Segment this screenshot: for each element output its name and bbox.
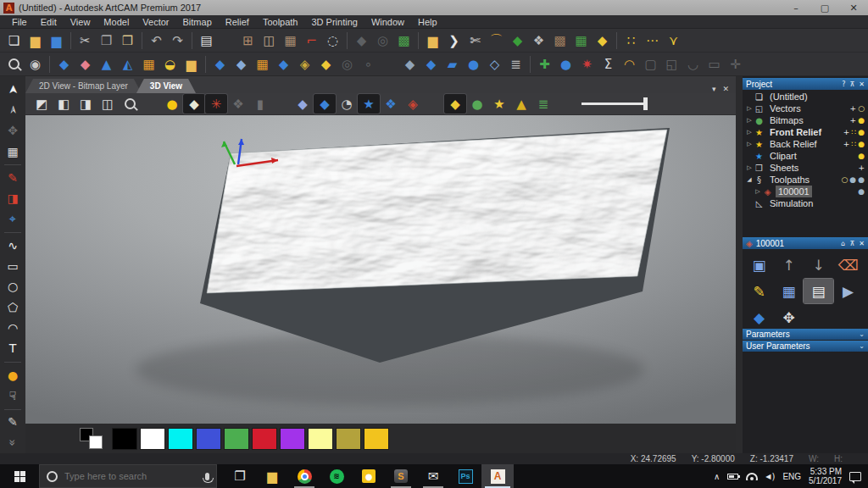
edit-toolpath-button[interactable]: ✎	[744, 279, 774, 303]
taskbar-app-task-view[interactable]: ❐	[224, 464, 256, 488]
home-icon[interactable]: ⌂	[841, 240, 845, 247]
trim-vectors-icon[interactable]: ✄	[465, 30, 486, 51]
origin-axes-toggle-icon[interactable]: ✳	[205, 94, 227, 114]
delete-toolpath-button[interactable]: ⌫	[833, 252, 863, 277]
shape-select-icon[interactable]: ◱	[661, 54, 682, 75]
menu-help[interactable]: Help	[411, 17, 444, 27]
close-button[interactable]: ✕	[839, 0, 868, 15]
action-center-icon[interactable]	[849, 472, 861, 481]
node-edit-tool-icon[interactable]: ➢	[3, 99, 22, 121]
panel-divider[interactable]	[736, 76, 743, 453]
save-toolpath-button[interactable]: ▣	[744, 252, 774, 277]
palette-swatch-3[interactable]	[196, 428, 221, 450]
isolate-view-icon[interactable]: ◉	[25, 54, 46, 75]
machine-toolpath-button[interactable]: ◆	[744, 305, 774, 330]
smooth-relief-icon[interactable]: ◆	[53, 54, 75, 75]
taskbar-app-artcam[interactable]: A	[481, 464, 514, 488]
snap-settings-icon[interactable]: ◌	[322, 30, 343, 51]
tree-item-toolpaths[interactable]: ◢§Toolpaths○●●	[743, 174, 868, 186]
close-icon[interactable]: ✕	[859, 240, 865, 247]
tree-caret-icon[interactable]: ▷	[745, 164, 754, 171]
tree-item-untitled[interactable]: ❏(Untitled)	[743, 91, 868, 103]
visibility-toggle-icon[interactable]: ●	[858, 140, 865, 148]
taskbar-search[interactable]	[39, 464, 217, 488]
tree-caret-icon[interactable]: ▷	[754, 188, 762, 195]
color-to-relief-icon[interactable]: ▩	[393, 30, 415, 51]
relief-layer-stack-icon[interactable]: ≣	[505, 54, 526, 75]
wifi-icon[interactable]	[746, 473, 758, 480]
palette-swatch-0[interactable]	[112, 428, 137, 450]
undo-icon[interactable]: ↶	[146, 30, 167, 51]
cut-icon[interactable]: ✂	[75, 30, 96, 51]
simulate-toolpath-button[interactable]: ▶	[833, 279, 863, 303]
visibility-toggle-icon[interactable]: +	[850, 116, 857, 125]
tree-caret-icon[interactable]: ▷	[745, 117, 754, 124]
split-relief-icon[interactable]: ◇	[484, 54, 505, 75]
polygon-tool-icon[interactable]: ⬠	[2, 297, 24, 317]
parameters-bar[interactable]: Parameters ⌄	[743, 329, 868, 340]
palette-swatch-6[interactable]	[280, 428, 305, 450]
visibility-toggle-icon[interactable]: +	[858, 164, 865, 172]
save-file-icon[interactable]: ▆	[46, 30, 67, 51]
two-rail-sweep-icon[interactable]: ◆	[507, 30, 528, 51]
beads-tool-icon[interactable]: ∘	[358, 54, 379, 75]
taskbar-app-mail[interactable]: ✉	[417, 464, 449, 488]
sculpt-deposit-icon[interactable]: ◭	[117, 54, 138, 75]
maximize-button[interactable]: ▢	[810, 0, 839, 15]
layers-overlay-icon[interactable]: ❖	[380, 94, 402, 114]
rings-tool-icon[interactable]: ◎	[337, 54, 358, 75]
star-wizard-icon[interactable]: ✷	[576, 54, 598, 75]
vector-doctor-icon[interactable]: ⋎	[663, 30, 684, 51]
palette-swatch-2[interactable]	[168, 428, 193, 450]
palette-swatch-7[interactable]	[308, 428, 333, 450]
visibility-toggle-icon[interactable]: ∷	[851, 128, 856, 136]
taskbar-app-photoshop[interactable]: Ps	[449, 464, 481, 488]
menu-edit[interactable]: Edit	[34, 17, 64, 27]
palette-swatch-9[interactable]	[364, 428, 389, 450]
greyscale-relief-icon[interactable]: ◆	[351, 30, 372, 51]
visibility-toggle-icon[interactable]: ●	[858, 187, 865, 196]
language-indicator[interactable]: ENG	[782, 472, 801, 481]
iso-view-icon[interactable]: ◩	[31, 94, 53, 114]
taskbar-app-spotify[interactable]: ≋	[320, 464, 353, 488]
fillet-curve-icon[interactable]: ⌒	[486, 30, 507, 51]
pyramid-levels-icon[interactable]: ▲	[510, 94, 532, 114]
draw-tool-icon[interactable]: ✎	[2, 168, 24, 187]
clipart-library-icon[interactable]: ▆	[422, 30, 443, 51]
material-block-icon[interactable]: ▮	[249, 94, 271, 114]
blob-tool-icon[interactable]: ●	[555, 54, 576, 75]
tree-item-simulation[interactable]: ◺Simulation	[743, 197, 868, 209]
new-model-icon[interactable]: ❏	[3, 30, 25, 51]
palette-swatch-1[interactable]	[140, 428, 165, 450]
palette-swatch-8[interactable]	[336, 428, 361, 450]
paste-along-curve-icon[interactable]: ⋯	[642, 30, 663, 51]
menu-window[interactable]: Window	[364, 17, 411, 27]
light-material-icon[interactable]: ⌐	[301, 30, 322, 51]
add-relief-icon[interactable]: ✚	[534, 54, 555, 75]
dome-tool-icon[interactable]: ◒	[159, 54, 181, 75]
visibility-toggle-icon[interactable]: ●	[858, 116, 865, 125]
palette-swatch-5[interactable]	[252, 428, 277, 450]
palette-swatch-4[interactable]	[224, 428, 249, 450]
visibility-toggle-icon[interactable]: ○	[841, 175, 848, 184]
3d-viewport[interactable]	[25, 115, 736, 424]
menu-model[interactable]: Model	[97, 17, 136, 27]
zoom-view-icon[interactable]	[119, 94, 141, 114]
color-swatch-grid-icon[interactable]: ▦	[280, 30, 301, 51]
background-color[interactable]	[89, 435, 103, 449]
preview-relief-icon[interactable]: ◆	[292, 94, 314, 114]
angled-plane-icon[interactable]: ◆	[420, 54, 442, 75]
texture-stamp-icon[interactable]: ◆	[592, 30, 613, 51]
set-model-size-icon[interactable]: ⊞	[237, 30, 259, 51]
tab-2d-view[interactable]: 2D View - Bitmap Layer	[25, 79, 142, 93]
puzzle-tool-icon[interactable]: ❖	[227, 94, 249, 114]
circle-tool-icon[interactable]: ○	[2, 277, 24, 297]
microphone-icon[interactable]	[205, 473, 209, 480]
menu-file[interactable]: File	[5, 17, 34, 27]
arc-tool-icon[interactable]: ◠	[2, 318, 24, 337]
slider-handle[interactable]	[643, 97, 648, 110]
nesting-icon[interactable]: ∷	[620, 30, 642, 51]
select-tool-icon[interactable]: ➤	[3, 79, 22, 101]
tree-caret-icon[interactable]: ◢	[745, 176, 754, 183]
menu-vector[interactable]: Vector	[136, 17, 175, 27]
